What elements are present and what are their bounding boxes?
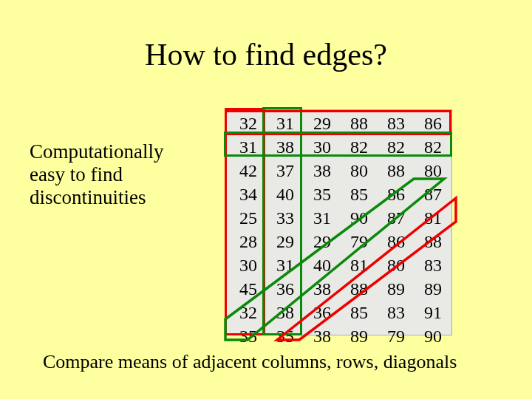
subtitle-text: Computationally easy to find discontinui… (30, 140, 200, 209)
green-diagonal-box (225, 179, 444, 340)
slide-title: How to find edges? (0, 37, 532, 72)
red-diagonal-box (277, 198, 456, 340)
diagonal-overlay (225, 109, 451, 334)
footer-text: Compare means of adjacent columns, rows,… (43, 351, 457, 373)
